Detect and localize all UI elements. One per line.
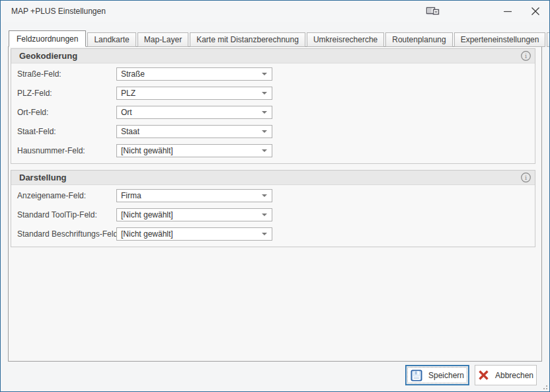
tab-label: Feldzuordnungen [17,34,78,44]
resize-grip[interactable] [541,383,547,389]
field-row: Standard ToolTip-Feld: [Nicht gewählt] [17,208,530,221]
group-title: Darstellung [19,173,67,182]
group-darstellung: Darstellung i Anzeigename-Feld: Firma [11,170,535,247]
hausnummer-feld-combo[interactable]: [Nicht gewählt] [116,144,272,157]
tab-karte-mit-distanzberechnung[interactable]: Karte mit Distanzberechnung [190,32,305,47]
info-icon[interactable]: i [520,50,531,61]
cancel-button[interactable]: Abbrechen [475,365,537,385]
combo-value: PLZ [121,89,136,98]
combo-value: Ort [121,108,132,117]
strasse-feld-combo[interactable]: Straße [116,67,272,81]
field-row: PLZ-Feld: PLZ [17,87,530,100]
field-row: Staat-Feld: Staat [17,125,530,138]
field-label: Straße-Feld: [17,69,116,79]
group-geokodierung: Geokodierung i Straße-Feld: Straße [11,48,535,164]
dialog-footer: Speichern Abbrechen [1,359,549,391]
tab-map-layer[interactable]: Map-Layer [138,32,188,47]
titlebar: MAP +PLUS Einstellungen [1,1,549,22]
field-label: Hausnummer-Feld: [17,146,116,155]
tab-experteneinstellungen[interactable]: Experteneinstellungen [454,32,546,47]
tab-routenplanung[interactable]: Routenplanung [385,32,452,47]
combo-value: Straße [121,69,145,79]
tab-rechte[interactable]: Rechte [547,32,550,47]
combo-value: Staat [121,127,139,136]
save-button-label: Speichern [428,371,464,380]
standard-tooltip-feld-combo[interactable]: [Nicht gewählt] [116,208,272,221]
field-row: Hausnummer-Feld: [Nicht gewählt] [17,144,530,157]
cancel-button-label: Abbrechen [495,371,533,380]
window-title: MAP +PLUS Einstellungen [11,7,106,16]
tab-label: Experteneinstellungen [461,35,539,44]
field-label: Standard ToolTip-Feld: [17,210,116,219]
combo-value: [Nicht gewählt] [121,210,173,219]
tab-feldzuordnungen[interactable]: Feldzuordnungen [9,30,86,47]
plz-feld-combo[interactable]: PLZ [116,87,272,100]
group-header: Darstellung i [11,171,535,185]
field-row: Standard Beschriftungs-Feld: [Nicht gewä… [17,227,530,241]
tab-umkreisrecherche[interactable]: Umkreisrecherche [307,32,384,47]
tab-strip: Feldzuordnungen Landkarte Map-Layer Kart… [9,30,542,46]
save-button[interactable]: Speichern [405,365,469,385]
field-label: PLZ-Feld: [17,89,116,98]
group-body: Anzeigename-Feld: Firma Standard ToolTip… [11,185,535,247]
window-panels-icon[interactable] [425,4,440,19]
combo-value: [Nicht gewählt] [121,146,173,155]
ort-feld-combo[interactable]: Ort [116,106,272,119]
field-label: Ort-Feld: [17,108,116,117]
tab-label: Map-Layer [144,35,182,44]
chevron-down-icon [262,130,267,133]
floppy-disk-icon [411,370,422,381]
chevron-down-icon [262,233,267,235]
red-x-icon [478,370,489,381]
chevron-down-icon [262,92,267,95]
combo-value: Firma [121,191,141,200]
chevron-down-icon [262,111,267,114]
field-label: Standard Beschriftungs-Feld: [17,229,116,239]
chevron-down-icon [262,194,267,197]
dialog-window: MAP +PLUS Einstellungen [0,0,550,392]
field-label: Anzeigename-Feld: [17,191,116,200]
svg-text:i: i [525,52,527,59]
chevron-down-icon [262,214,267,216]
minimize-button[interactable] [500,4,515,19]
group-header: Geokodierung i [11,49,535,63]
tab-label: Umkreisrecherche [313,35,377,44]
combo-value: [Nicht gewählt] [121,229,173,239]
tab-landkarte[interactable]: Landkarte [87,32,136,47]
group-body: Straße-Feld: Straße PLZ-Feld: PLZ Ort-Fe… [11,63,535,163]
chevron-down-icon [262,73,267,75]
standard-beschriftungs-feld-combo[interactable]: [Nicht gewählt] [116,227,272,241]
close-button[interactable] [528,4,543,19]
info-icon[interactable]: i [520,172,531,183]
svg-text:i: i [525,174,527,181]
group-title: Geokodierung [19,51,77,61]
field-row: Straße-Feld: Straße [17,67,530,81]
field-label: Staat-Feld: [17,127,116,136]
staat-feld-combo[interactable]: Staat [116,125,272,138]
tab-page-feldzuordnungen: Geokodierung i Straße-Feld: Straße [8,46,542,362]
tab-label: Routenplanung [392,35,446,44]
anzeigename-feld-combo[interactable]: Firma [116,189,272,202]
tab-label: Karte mit Distanzberechnung [196,35,299,44]
tab-label: Landkarte [94,35,129,44]
field-row: Anzeigename-Feld: Firma [17,189,530,202]
field-row: Ort-Feld: Ort [17,106,530,119]
chevron-down-icon [262,149,267,152]
